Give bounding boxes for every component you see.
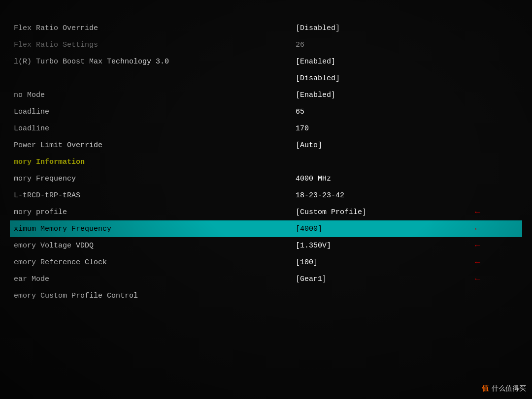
bios-settings-table: Flex Ratio Override[Disabled]Flex Ratio … [10, 20, 522, 304]
arrow-cell [471, 53, 522, 70]
bios-screen: Flex Ratio Override[Disabled]Flex Ratio … [0, 0, 532, 399]
setting-label: Loadline [10, 103, 292, 120]
arrow-cell [471, 36, 522, 53]
setting-value: [1.350V] [292, 237, 471, 254]
setting-label: Power Limit Override [10, 137, 292, 153]
setting-label: ear Mode [10, 271, 292, 287]
arrow-cell: ← [471, 204, 522, 220]
table-row[interactable]: Flex Ratio Settings26 [10, 36, 522, 53]
table-row[interactable]: Loadline170 [10, 120, 522, 137]
table-row[interactable]: no Mode[Enabled] [10, 87, 522, 103]
arrow-cell: ← [471, 271, 522, 287]
setting-label: L-tRCD-tRP-tRAS [10, 187, 292, 204]
arrow-cell: ← [471, 237, 522, 254]
table-row[interactable]: ear Mode[Gear1]← [10, 271, 522, 287]
setting-value: [Disabled] [292, 20, 471, 36]
table-row[interactable]: mory Information [10, 153, 522, 170]
watermark: 值 什么值得买 [482, 384, 526, 393]
setting-label: Loadline [10, 120, 292, 137]
table-row[interactable]: emory Reference Clock[100]← [10, 254, 522, 271]
arrow-cell: ← [471, 220, 522, 237]
arrow-cell [471, 170, 522, 187]
setting-value: [Enabled] [292, 53, 471, 70]
arrow-cell [471, 187, 522, 204]
table-row[interactable]: [Disabled] [10, 70, 522, 87]
arrow-cell: ← [471, 254, 522, 271]
table-row[interactable]: emory Voltage VDDQ[1.350V]← [10, 237, 522, 254]
setting-label: Flex Ratio Settings [10, 36, 292, 53]
setting-label: emory Reference Clock [10, 254, 292, 271]
arrow-cell [471, 153, 522, 170]
setting-value: 18-23-23-42 [292, 187, 471, 204]
setting-label: emory Custom Profile Control [10, 287, 292, 304]
setting-label: mory profile [10, 204, 292, 220]
setting-value: 65 [292, 103, 471, 120]
setting-value [292, 153, 471, 170]
table-row[interactable]: ximum Memory Frequency[4000]← [10, 220, 522, 237]
red-arrow-icon: ← [475, 224, 480, 234]
arrow-cell [471, 20, 522, 36]
watermark-text: 什么值得买 [492, 384, 526, 393]
setting-value: 170 [292, 120, 471, 137]
bios-content: Flex Ratio Override[Disabled]Flex Ratio … [0, 0, 532, 399]
table-row[interactable]: Power Limit Override[Auto] [10, 137, 522, 153]
setting-value: [Enabled] [292, 87, 471, 103]
arrow-cell [471, 87, 522, 103]
setting-label [10, 70, 292, 87]
arrow-cell [471, 137, 522, 153]
red-arrow-icon: ← [475, 241, 480, 250]
table-row[interactable]: mory profile[Custom Profile]← [10, 204, 522, 220]
setting-label: mory Information [10, 153, 292, 170]
red-arrow-icon: ← [475, 207, 480, 217]
arrow-cell [471, 70, 522, 87]
table-row[interactable]: Loadline65 [10, 103, 522, 120]
setting-value: [100] [292, 254, 471, 271]
setting-label: no Mode [10, 87, 292, 103]
red-arrow-icon: ← [475, 257, 480, 267]
setting-value: [Custom Profile] [292, 204, 471, 220]
setting-value: [Gear1] [292, 271, 471, 287]
setting-label: ximum Memory Frequency [10, 220, 292, 237]
arrow-cell [471, 287, 522, 304]
table-row[interactable]: Flex Ratio Override[Disabled] [10, 20, 522, 36]
setting-value: 4000 MHz [292, 170, 471, 187]
table-row[interactable]: l(R) Turbo Boost Max Technology 3.0[Enab… [10, 53, 522, 70]
watermark-logo: 值 [482, 384, 489, 393]
arrow-cell [471, 120, 522, 137]
setting-value: [Auto] [292, 137, 471, 153]
setting-value: [4000] [292, 220, 471, 237]
setting-value: [Disabled] [292, 70, 471, 87]
table-row[interactable]: L-tRCD-tRP-tRAS18-23-23-42 [10, 187, 522, 204]
setting-label: l(R) Turbo Boost Max Technology 3.0 [10, 53, 292, 70]
setting-label: emory Voltage VDDQ [10, 237, 292, 254]
table-row[interactable]: emory Custom Profile Control [10, 287, 522, 304]
arrow-cell [471, 103, 522, 120]
setting-label: Flex Ratio Override [10, 20, 292, 36]
table-row[interactable]: mory Frequency4000 MHz [10, 170, 522, 187]
setting-value: 26 [292, 36, 471, 53]
setting-label: mory Frequency [10, 170, 292, 187]
setting-value [292, 287, 471, 304]
red-arrow-icon: ← [475, 274, 480, 284]
